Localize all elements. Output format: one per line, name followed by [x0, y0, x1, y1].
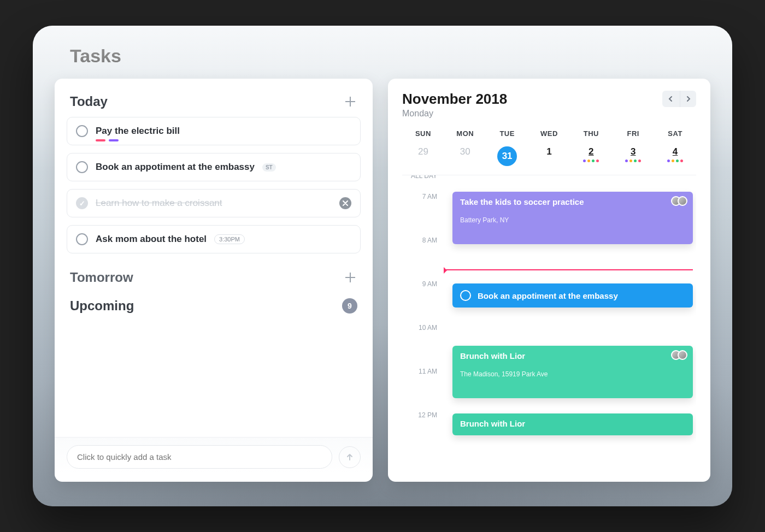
- task-text: Pay the electric bill: [96, 126, 180, 137]
- event-attendees: [674, 196, 687, 206]
- weekday-row: SUN MON TUE WED THU FRI SAT: [402, 129, 696, 138]
- calendar-event[interactable]: Take the kids to soccer practice Battery…: [452, 192, 693, 244]
- prev-month-button[interactable]: [662, 91, 679, 107]
- all-day-label: ALL DAY: [402, 175, 445, 180]
- chevron-left-icon: [667, 96, 674, 102]
- weekday-label: WED: [528, 129, 570, 138]
- event-title: Take the kids to soccer practice: [460, 197, 685, 206]
- date-cell-selected[interactable]: 31: [486, 146, 528, 169]
- avatar: [678, 196, 687, 206]
- weekday-label: SUN: [402, 129, 444, 138]
- task-checkbox[interactable]: [76, 125, 88, 137]
- dates-row: 29 30 31 1 2 3 4: [402, 146, 696, 169]
- task-checkbox[interactable]: [76, 161, 88, 173]
- weekday-label: TUE: [486, 129, 528, 138]
- app-window: Tasks Today Pay the electric bill: [33, 26, 732, 506]
- date-cell[interactable]: 4: [654, 146, 696, 169]
- task-checkbox[interactable]: [76, 233, 88, 245]
- month-nav: [662, 91, 696, 107]
- hour-label: 7 AM: [402, 193, 445, 200]
- hour-label: 8 AM: [402, 237, 445, 244]
- task-tag: [109, 139, 119, 141]
- avatar: [678, 350, 687, 360]
- quick-add-submit-button[interactable]: [339, 446, 361, 468]
- task-item[interactable]: Book an appotiment at the embassy ST: [67, 153, 361, 181]
- task-item[interactable]: Learn how to make a croissant: [67, 189, 361, 217]
- calendar-event[interactable]: Brunch with Lior The Madison, 15919 Park…: [452, 346, 693, 398]
- task-tag: [96, 139, 105, 141]
- quick-add-bar: [55, 437, 373, 474]
- event-title: Brunch with Lior: [460, 419, 685, 428]
- task-item[interactable]: Pay the electric bill: [67, 117, 361, 145]
- today-task-list: Pay the electric bill Book an appotiment…: [67, 117, 361, 253]
- task-text: Learn how to make a croissant: [96, 198, 222, 209]
- add-task-today-button[interactable]: [343, 94, 357, 109]
- upcoming-count-badge[interactable]: 9: [342, 298, 357, 314]
- task-tags: [96, 139, 119, 141]
- chevron-right-icon: [685, 96, 692, 102]
- event-dots: [667, 159, 683, 162]
- calendar-header: November 2018 Monday: [402, 91, 696, 119]
- date-cell[interactable]: 1: [528, 146, 570, 169]
- date-cell[interactable]: 29: [402, 146, 444, 169]
- tasks-panel: Today Pay the electric bill Book: [55, 79, 373, 482]
- event-title: Book an appotiment at the embassy: [478, 291, 618, 300]
- date-cell[interactable]: 3: [612, 146, 654, 169]
- task-text: Ask mom about the hotel: [96, 234, 207, 245]
- task-text: Book an appotiment at the embassy: [96, 162, 255, 173]
- next-month-button[interactable]: [680, 91, 696, 107]
- event-attendees: [674, 350, 687, 360]
- task-time-chip: 3:30PM: [214, 234, 245, 244]
- tomorrow-header: Tomorrow: [70, 270, 357, 285]
- hour-label: 12 PM: [402, 411, 445, 419]
- today-title: Today: [70, 94, 108, 109]
- task-checkbox-checked[interactable]: [76, 197, 88, 209]
- events-layer: Take the kids to soccer practice Battery…: [452, 175, 693, 482]
- weekday-label: FRI: [612, 129, 654, 138]
- tomorrow-title: Tomorrow: [70, 270, 133, 285]
- quick-add-input[interactable]: [67, 445, 332, 469]
- today-header: Today: [70, 94, 357, 109]
- arrow-up-icon: [345, 453, 354, 462]
- close-icon: [343, 200, 348, 206]
- two-column-layout: Today Pay the electric bill Book: [55, 79, 710, 482]
- calendar-panel: November 2018 Monday SUN MON TUE WED T: [388, 79, 710, 482]
- event-dots: [625, 159, 641, 162]
- day-timeline: ALL DAY 7 AM 8 AM 9 AM 10 AM 11 AM 12 PM…: [402, 175, 696, 482]
- task-badge: ST: [262, 163, 276, 172]
- date-cell[interactable]: 30: [444, 146, 486, 169]
- calendar-event[interactable]: Brunch with Lior: [452, 413, 693, 435]
- weekday-label: MON: [444, 129, 486, 138]
- hour-label: 9 AM: [402, 280, 445, 288]
- weekday-label: THU: [570, 129, 612, 138]
- circle-icon: [460, 290, 471, 301]
- add-task-tomorrow-button[interactable]: [343, 270, 357, 285]
- event-location: Battery Park, NY: [460, 216, 685, 224]
- calendar-event[interactable]: Book an appotiment at the embassy: [452, 283, 693, 308]
- delete-task-button[interactable]: [339, 197, 351, 209]
- hour-label: 11 AM: [402, 368, 445, 375]
- event-location: The Madison, 15919 Park Ave: [460, 370, 685, 378]
- upcoming-title: Upcoming: [70, 298, 134, 314]
- upcoming-header: Upcoming 9: [70, 298, 357, 314]
- calendar-day-subtitle: Monday: [402, 109, 507, 119]
- weekday-label: SAT: [654, 129, 696, 138]
- hour-label: 10 AM: [402, 324, 445, 332]
- task-item[interactable]: Ask mom about the hotel 3:30PM: [67, 225, 361, 253]
- event-dots: [583, 159, 599, 162]
- event-title: Brunch with Lior: [460, 351, 685, 360]
- page-title: Tasks: [70, 45, 710, 67]
- date-cell[interactable]: 2: [570, 146, 612, 169]
- calendar-month-title: November 2018: [402, 91, 507, 108]
